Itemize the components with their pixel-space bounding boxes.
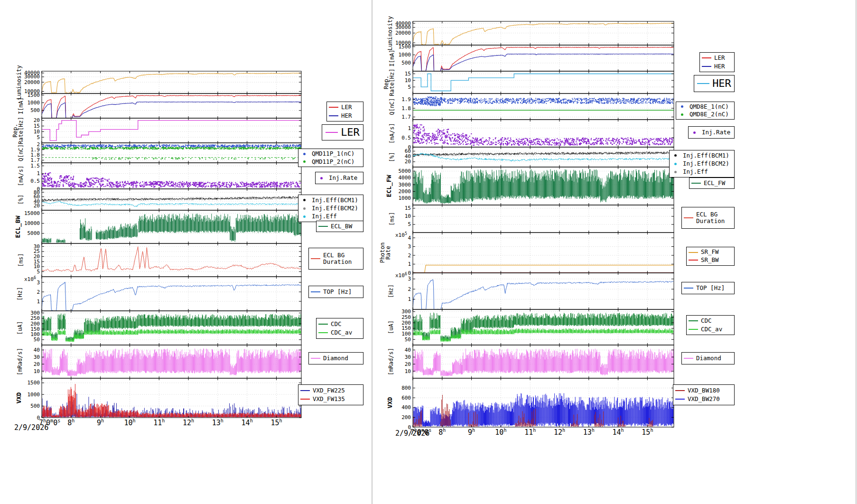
line-marker [329, 107, 338, 108]
dot-marker [674, 154, 677, 157]
svg-text:Q[nC]: Q[nC] [389, 98, 395, 115]
svg-text:10h: 10h [124, 418, 135, 427]
line-marker [329, 115, 338, 116]
legend-injrate: Inj.Rate [688, 126, 735, 139]
line-marker [675, 390, 685, 391]
subplot-diamond: 40302010[mRad/s] [17, 345, 301, 378]
legend-label: ECL BG [696, 211, 725, 218]
svg-text:4000: 4000 [399, 175, 411, 181]
date-label-left: 2/9/2026 [14, 423, 48, 432]
line-marker [689, 320, 698, 321]
legend-label: CDC_av [701, 326, 722, 333]
svg-text:11h: 11h [524, 428, 536, 437]
svg-text:1.8: 1.8 [401, 105, 411, 112]
line-marker [689, 252, 698, 253]
subplot-top: 321[Hz]x106 [388, 272, 674, 310]
svg-text:400: 400 [401, 404, 411, 411]
svg-text:5000: 5000 [399, 168, 411, 174]
legend-ler-her: LERHER [326, 102, 363, 121]
svg-text:[mA/s]: [mA/s] [389, 123, 395, 143]
legend-label: Inj.Eff(BCM1) [312, 197, 358, 204]
legend-label: CDC [701, 317, 712, 324]
svg-text:3: 3 [408, 243, 411, 250]
svg-text:20: 20 [34, 361, 40, 367]
svg-text:800: 800 [401, 385, 411, 391]
dot-marker [674, 163, 677, 165]
svg-text:20: 20 [405, 159, 411, 165]
legend-cdc: CDCCDC_av [686, 315, 735, 335]
line-marker [684, 288, 693, 289]
subplot-injrate: 10.50[mA/s] [389, 120, 674, 150]
svg-text:13h: 13h [212, 418, 224, 427]
svg-text:14h: 14h [613, 428, 624, 437]
svg-text:5: 5 [408, 84, 411, 90]
legend-label: HER [714, 63, 725, 70]
svg-text:[%]: [%] [18, 195, 24, 205]
dot-marker [303, 199, 306, 201]
svg-text:[mA/s]: [mA/s] [18, 166, 24, 186]
svg-text:12h: 12h [183, 418, 194, 427]
line-marker [318, 332, 328, 333]
legend-charge: QMD8E_1(nC)QMD8E_2(nC) [676, 102, 735, 120]
legend-label: TOP [Hz] [323, 289, 352, 295]
dot-marker [674, 171, 677, 173]
svg-text:13h: 13h [583, 428, 595, 437]
legend-diamond: Diamond [681, 352, 735, 364]
legend-label: LER [341, 126, 360, 138]
line-marker [689, 329, 698, 330]
svg-text:20000: 20000 [395, 30, 411, 36]
legend-label: HER [712, 77, 731, 89]
legend-label: QMD8E_2(nC) [689, 111, 729, 118]
legend-label: SR_FW [701, 249, 719, 255]
svg-text:1: 1 [408, 296, 411, 302]
legend-label: Inj.Rate [329, 175, 357, 181]
subplot-vxd: 8006004002000VXD [386, 378, 674, 430]
svg-text:I[mA]: I[mA] [389, 49, 395, 66]
svg-text:0: 0 [408, 270, 411, 276]
legend-cdc: CDCCDC_av [316, 318, 363, 339]
subplot-reprate: 2015105Rep.Rate[Hz] [12, 117, 301, 144]
subplot-diamond: 40302010[mRad/s] [388, 345, 674, 378]
svg-text:14h: 14h [242, 418, 253, 427]
right-border [856, 0, 857, 504]
line-marker [318, 226, 328, 227]
svg-text:20: 20 [405, 361, 411, 367]
svg-text:5: 5 [37, 134, 40, 140]
svg-text:500: 500 [30, 403, 40, 409]
svg-text:x106: x106 [395, 272, 407, 279]
svg-text:[mRad/s]: [mRad/s] [17, 348, 23, 375]
legend-injeff: Inj.Eff(BCM1)Inj.Eff(BCM2)Inj.Eff [298, 195, 363, 222]
line-marker [702, 57, 711, 58]
subplot-ecl: 50004000300020001000ECL_FW [385, 167, 674, 205]
line-marker [697, 83, 709, 84]
svg-text:2: 2 [37, 289, 40, 295]
dot-marker [303, 207, 306, 210]
svg-text:10000: 10000 [24, 220, 40, 226]
svg-text:Rate[Hz]: Rate[Hz] [18, 117, 24, 144]
svg-text:10: 10 [34, 368, 40, 374]
svg-text:x106: x106 [24, 276, 36, 282]
svg-text:1000: 1000 [28, 392, 40, 398]
subplot-vxd: 150010005000VXD [15, 378, 301, 421]
svg-text:15000: 15000 [24, 210, 40, 216]
legend-top: TOP [Hz] [308, 286, 363, 298]
subplot-injrate: 1.510.50[mA/s] [18, 163, 302, 192]
svg-text:40: 40 [34, 347, 40, 353]
svg-text:10: 10 [405, 368, 411, 374]
legend-label: QMD11P_1(nC) [312, 150, 354, 157]
date-label-right: 2/9/2026 [395, 429, 429, 438]
svg-text:1500: 1500 [28, 92, 40, 98]
svg-text:600: 600 [401, 395, 411, 401]
dot-marker [681, 105, 683, 108]
svg-text:9h: 9h [97, 418, 104, 427]
svg-text:Q[nC]: Q[nC] [18, 144, 24, 161]
legend-label: HER [341, 112, 352, 119]
legend-diamond: Diamond [308, 352, 363, 364]
legend-label: Diamond [696, 355, 721, 362]
svg-text:1: 1 [408, 261, 411, 267]
svg-text:Rate: Rate [385, 246, 391, 260]
legend-label: Inj.Eff [312, 213, 337, 220]
subplot-charge: 21.91.81.7Q[nC] [18, 141, 302, 163]
svg-text:500: 500 [401, 60, 411, 66]
subplot-cdc: 30025020015010050[uA] [17, 310, 301, 345]
